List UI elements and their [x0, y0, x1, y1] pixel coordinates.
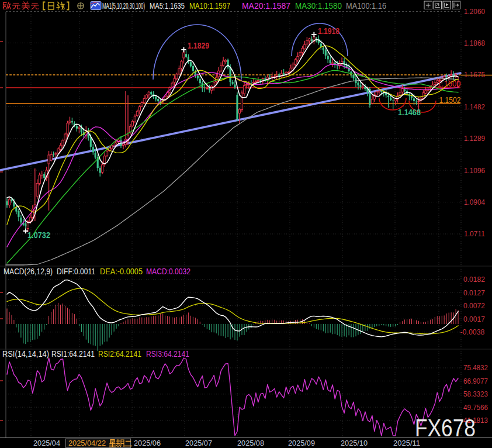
svg-text:1.0711: 1.0711	[464, 229, 485, 238]
svg-text:RSI(14,14,14): RSI(14,14,14)	[2, 349, 49, 359]
svg-text:-0.0038: -0.0038	[460, 328, 485, 336]
svg-text:RSI3:64.2141: RSI3:64.2141	[146, 349, 189, 359]
svg-text:75.4832: 75.4832	[463, 363, 488, 372]
svg-text:2025/06: 2025/06	[134, 439, 161, 447]
svg-text:1.0904: 1.0904	[464, 198, 485, 206]
svg-text:1.1675: 1.1675	[464, 70, 485, 79]
svg-text:MA10:1.1597: MA10:1.1597	[189, 1, 230, 11]
svg-text:2025/09: 2025/09	[288, 439, 315, 447]
svg-text:FX678: FX678	[415, 414, 476, 442]
svg-text:1.1918: 1.1918	[318, 26, 339, 36]
svg-text:MA100:1.16: MA100:1.16	[346, 1, 386, 11]
svg-text:0.0017: 0.0017	[463, 315, 485, 323]
svg-text:1.1600: 1.1600	[438, 78, 461, 88]
svg-text:MA5:1.1635: MA5:1.1635	[150, 1, 185, 11]
svg-text:1.0732: 1.0732	[27, 230, 50, 240]
svg-text:0.0182: 0.0182	[463, 275, 485, 284]
svg-text:MACD(26,12,9): MACD(26,12,9)	[4, 267, 53, 276]
svg-text:2025/04: 2025/04	[33, 439, 60, 447]
svg-text:MA30:1.1580: MA30:1.1580	[295, 1, 342, 11]
svg-text:DIFF:0.0011: DIFF:0.0011	[57, 267, 95, 276]
svg-text:DEA:-0.0005: DEA:-0.0005	[100, 267, 143, 276]
svg-text:MACD:0.0032: MACD:0.0032	[146, 267, 190, 276]
svg-text:1.1868: 1.1868	[464, 39, 485, 47]
svg-text:MA20:1.1587: MA20:1.1587	[242, 1, 290, 11]
svg-text:1.1502: 1.1502	[439, 95, 461, 105]
svg-text:1.1289: 1.1289	[464, 134, 485, 143]
svg-text:1.1468: 1.1468	[398, 107, 421, 117]
svg-text:2025/08: 2025/08	[237, 439, 264, 447]
svg-text:2025/11: 2025/11	[393, 439, 420, 447]
svg-text:1.1096: 1.1096	[464, 166, 485, 175]
svg-text:2025/07: 2025/07	[185, 439, 212, 447]
svg-text:0.0072: 0.0072	[463, 301, 485, 310]
svg-text:49.7566: 49.7566	[463, 403, 488, 412]
svg-text:MA1(5,10,20,30,100): MA1(5,10,20,30,100)	[102, 1, 145, 11]
svg-text:RSI1:64.2141: RSI1:64.2141	[51, 349, 95, 359]
svg-text:1.1829: 1.1829	[188, 40, 209, 50]
svg-text:2025/04/22: 2025/04/22	[68, 439, 106, 447]
svg-text:0.0127: 0.0127	[463, 288, 485, 297]
svg-text:1.1482: 1.1482	[464, 102, 485, 111]
svg-text:1.2060: 1.2060	[464, 7, 485, 16]
svg-text:RSI2:64.2141: RSI2:64.2141	[98, 349, 141, 359]
svg-text:2025/10: 2025/10	[341, 439, 368, 447]
svg-text:66.9077: 66.9077	[463, 377, 488, 385]
svg-text:58.3323: 58.3323	[463, 390, 488, 398]
